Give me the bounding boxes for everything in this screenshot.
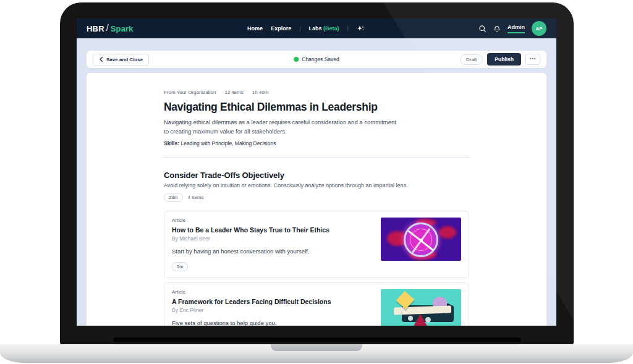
status-label: Changes Saved — [302, 56, 339, 62]
item-text-column: Article A Framework for Leaders Facing D… — [172, 289, 373, 326]
nav-labs-beta-tag: (Beta) — [323, 25, 339, 32]
balance-seesaw-illustration — [381, 289, 461, 326]
item-summary: Five sets of questions to help guide you… — [172, 320, 373, 326]
laptop-bezel: HBR / Spark Home Explore | Labs (Beta) | — [60, 2, 574, 344]
compass-glitch-illustration — [381, 218, 461, 261]
playlist-description: Navigating ethical dilemmas as a leader … — [164, 118, 396, 136]
toolbar-right-group: Draft Publish ••• — [460, 53, 540, 66]
nav-divider: | — [347, 25, 349, 32]
playlist-skills: Skills: Leading with Principle, Making D… — [164, 140, 469, 146]
section-meta-row: 23m 4 items — [164, 193, 469, 202]
content-item-card[interactable]: Article How to Be a Leader Who Stays Tru… — [164, 211, 469, 278]
editor-toolbar: Save and Close Changes Saved Draft Publi… — [87, 51, 546, 68]
save-and-close-button[interactable]: Save and Close — [93, 54, 149, 66]
laptop-hinge — [113, 337, 521, 342]
hbr-spark-logo[interactable]: HBR / Spark — [87, 23, 134, 33]
ellipsis-icon: ••• — [530, 56, 536, 61]
search-button[interactable] — [478, 25, 486, 33]
item-type-label: Article — [172, 218, 373, 223]
draft-state-pill[interactable]: Draft — [460, 54, 483, 65]
playlist-editor-card: From Your Organization 12 items 1h 40m N… — [87, 73, 546, 326]
laptop-mockup: HBR / Spark Home Explore | Labs (Beta) | — [0, 0, 633, 364]
illustration-shape — [439, 226, 456, 239]
logo-spark: Spark — [111, 24, 134, 33]
nav-divider: | — [299, 25, 300, 32]
bell-icon — [493, 25, 501, 33]
item-text-column: Article How to Be a Leader Who Stays Tru… — [172, 218, 373, 271]
logo-hbr: HBR — [87, 24, 104, 33]
playlist-item-count: 12 items — [225, 90, 244, 95]
seesaw-fulcrum-triangle — [412, 314, 429, 326]
search-icon — [478, 25, 486, 33]
section-description: Avoid relying solely on intuition or emo… — [164, 182, 469, 188]
save-status: Changes Saved — [294, 56, 339, 62]
publish-button[interactable]: Publish — [487, 53, 521, 66]
playlist-meta-row: From Your Organization 12 items 1h 40m — [164, 90, 469, 95]
skills-value: Leading with Principle, Making Decisions — [181, 140, 276, 146]
nav-labs-label: Labs — [308, 25, 321, 32]
content-item-card[interactable]: Article A Framework for Leaders Facing D… — [164, 282, 469, 326]
item-byline: By Eric Pliner — [172, 307, 373, 313]
item-title: How to Be a Leader Who Stays True to The… — [172, 226, 373, 234]
item-title: A Framework for Leaders Facing Difficult… — [172, 298, 373, 305]
content-column: From Your Organization 12 items 1h 40m N… — [164, 90, 469, 326]
save-and-close-label: Save and Close — [106, 57, 143, 62]
navbar-right-group: Admin AP — [478, 21, 546, 36]
nav-labs[interactable]: Labs (Beta) — [308, 25, 339, 32]
playlist-title: Navigating Ethical Dilemmas in Leadershi… — [164, 101, 469, 114]
more-options-button[interactable]: ••• — [525, 54, 540, 65]
app-screen: HBR / Spark Home Explore | Labs (Beta) | — [77, 19, 556, 326]
section-item-count: 4 items — [188, 195, 204, 200]
item-type-label: Article — [172, 289, 373, 295]
logo-slash: / — [106, 23, 109, 33]
primary-nav: Home Explore | Labs (Beta) | — [247, 25, 365, 33]
laptop-base-notch — [271, 344, 362, 351]
playlist-source: From Your Organization — [164, 90, 216, 95]
nav-explore[interactable]: Explore — [271, 25, 291, 32]
section-divider — [164, 157, 469, 158]
chevron-left-icon — [99, 57, 103, 62]
item-summary: Start by having an honest conversation w… — [172, 248, 373, 255]
nav-home[interactable]: Home — [247, 25, 263, 32]
laptop-base — [0, 344, 633, 363]
status-dot — [294, 57, 299, 62]
sparkle-icon — [357, 25, 365, 33]
section-title: Consider Trade-Offs Objectively — [164, 171, 469, 180]
item-duration-pill: 5m — [172, 262, 188, 271]
skills-label: Skills: — [164, 140, 179, 146]
notifications-button[interactable] — [493, 25, 501, 33]
top-navbar: HBR / Spark Home Explore | Labs (Beta) | — [77, 19, 556, 38]
nav-admin[interactable]: Admin — [508, 24, 525, 33]
playlist-duration: 1h 40m — [252, 90, 269, 95]
item-byline: By Michael Beer — [172, 235, 373, 242]
section-duration-pill: 23m — [164, 193, 183, 202]
ai-sparkle-button[interactable] — [357, 25, 365, 33]
avatar[interactable]: AP — [532, 21, 546, 36]
